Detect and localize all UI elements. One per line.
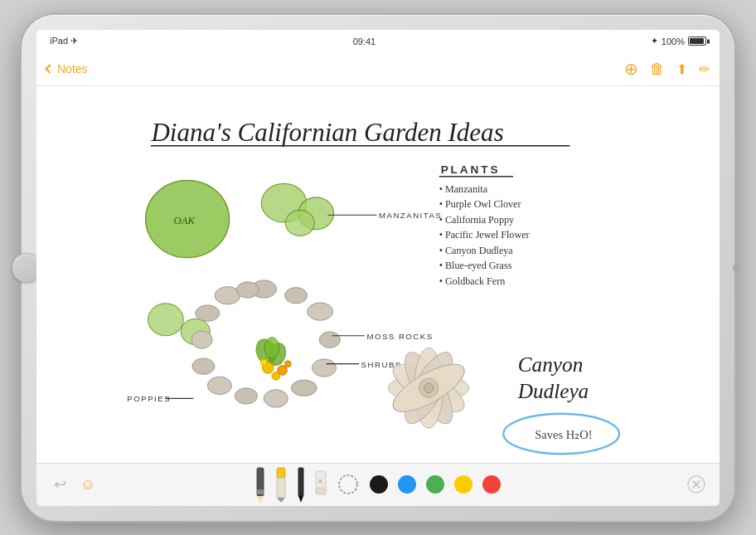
lasso-icon <box>337 473 360 496</box>
status-left: iPad ✈ <box>50 36 78 46</box>
svg-point-25 <box>284 360 291 367</box>
plant-list-item-7: • Goldback Fern <box>439 275 506 286</box>
svg-point-37 <box>424 382 434 392</box>
svg-rect-40 <box>257 489 264 494</box>
pen-icon <box>297 466 305 503</box>
color-green[interactable] <box>426 475 444 494</box>
svg-point-5 <box>284 287 307 303</box>
side-dot <box>733 265 739 271</box>
moss-rocks-label: MOSS ROCKS <box>366 331 433 340</box>
ipad-device: iPad ✈ 09:41 ✦ 100% Notes ⊕ 🗑 <box>22 15 734 521</box>
plant-list-item-5: • Canyon Dudleya <box>439 244 514 255</box>
ipad-screen: iPad ✈ 09:41 ✦ 100% Notes ⊕ 🗑 <box>36 30 720 506</box>
undo-button[interactable]: ↩ <box>48 473 71 496</box>
eraser-icon: ✕ <box>315 469 327 499</box>
gallery-icon[interactable]: ⊕ <box>624 59 638 79</box>
notes-toolbar: Notes ⊕ 🗑 ⬆ ✏ <box>36 53 720 86</box>
svg-marker-43 <box>277 498 285 503</box>
poppies-label: POPPIES <box>127 394 171 403</box>
close-button[interactable] <box>685 473 708 496</box>
toolbar-right: ⊕ 🗑 ⬆ ✏ <box>624 59 710 79</box>
svg-point-14 <box>191 330 212 348</box>
marker-icon <box>275 466 287 503</box>
svg-rect-42 <box>277 478 285 498</box>
svg-point-24 <box>260 358 267 365</box>
toolbar-left: Notes <box>46 62 88 75</box>
plant-list-item-1: • Manzanita <box>439 183 488 195</box>
new-note-icon[interactable]: ✏ <box>699 61 710 77</box>
svg-point-20 <box>264 337 279 357</box>
saves-h2o-text: Saves H₂O! <box>535 427 592 440</box>
plants-label: PLANTS <box>441 163 501 175</box>
lasso-tool[interactable] <box>337 473 360 496</box>
svg-point-23 <box>272 372 280 380</box>
eraser-tool[interactable]: ✕ <box>315 469 327 499</box>
svg-point-13 <box>192 357 215 373</box>
canyon-dudleya-title-1: Canyon <box>518 353 583 376</box>
note-drawing-canvas: Diana's Californian Garden Ideas PLANTS … <box>36 86 720 463</box>
emoji-button[interactable]: ☺ <box>76 473 99 496</box>
manzanitas-label: MANZANITAS <box>379 211 442 220</box>
back-button[interactable]: Notes <box>46 62 88 75</box>
pencil-icon <box>255 466 265 503</box>
svg-point-17 <box>236 281 259 297</box>
svg-point-12 <box>207 377 231 394</box>
dudleya-flower <box>386 346 470 430</box>
svg-marker-39 <box>257 496 264 503</box>
battery-percent: 100% <box>662 36 685 46</box>
color-yellow[interactable] <box>454 475 472 494</box>
svg-point-6 <box>308 302 333 319</box>
trash-icon[interactable]: 🗑 <box>650 61 665 78</box>
status-right: ✦ 100% <box>651 36 706 46</box>
note-title: Diana's Californian Garden Ideas <box>150 117 503 146</box>
svg-rect-44 <box>298 468 303 496</box>
svg-text:✕: ✕ <box>317 478 323 485</box>
battery-icon <box>688 36 706 46</box>
manzanita-bush-3 <box>285 210 314 236</box>
svg-point-49 <box>339 475 357 494</box>
plant-list-item-4: • Pacific Jewel Flower <box>439 229 530 241</box>
chevron-icon <box>45 64 54 73</box>
plant-list-item-2: • Purple Owl Clover <box>439 198 521 210</box>
shrub-small-1 <box>148 303 184 335</box>
marker-tool[interactable] <box>275 466 287 503</box>
center-plants <box>253 336 291 380</box>
color-black[interactable] <box>370 475 388 494</box>
color-red[interactable] <box>482 475 501 494</box>
bluetooth-icon: ✦ <box>651 36 658 46</box>
back-label: Notes <box>57 62 88 75</box>
svg-point-9 <box>291 380 317 396</box>
svg-marker-45 <box>298 496 303 503</box>
oak-label: OAK <box>174 214 196 226</box>
pencil-tool[interactable] <box>255 466 265 503</box>
pen-tool[interactable] <box>297 466 305 503</box>
svg-rect-47 <box>316 488 326 494</box>
svg-point-10 <box>264 389 288 406</box>
emoji-icon: ☺ <box>80 476 95 494</box>
svg-point-8 <box>312 358 336 376</box>
color-blue[interactable] <box>398 475 416 494</box>
plant-list-item-6: • Blue-eyed Grass <box>439 260 512 271</box>
canyon-dudleya-title-2: Dudleya <box>517 380 589 402</box>
status-time: 09:41 <box>353 36 376 46</box>
svg-point-15 <box>196 304 220 320</box>
svg-rect-41 <box>277 468 285 478</box>
plant-list-item-3: • California Poppy <box>439 213 514 225</box>
undo-icon: ↩ <box>54 475 66 494</box>
svg-point-7 <box>319 331 340 347</box>
drawing-toolbar: ↩ ☺ <box>36 463 720 506</box>
svg-point-11 <box>235 387 257 403</box>
share-icon[interactable]: ⬆ <box>676 61 687 77</box>
ipad-label: iPad ✈ <box>50 36 78 46</box>
note-content: Diana's Californian Garden Ideas PLANTS … <box>36 86 720 463</box>
status-bar: iPad ✈ 09:41 ✦ 100% <box>36 30 720 53</box>
close-icon <box>687 475 705 494</box>
